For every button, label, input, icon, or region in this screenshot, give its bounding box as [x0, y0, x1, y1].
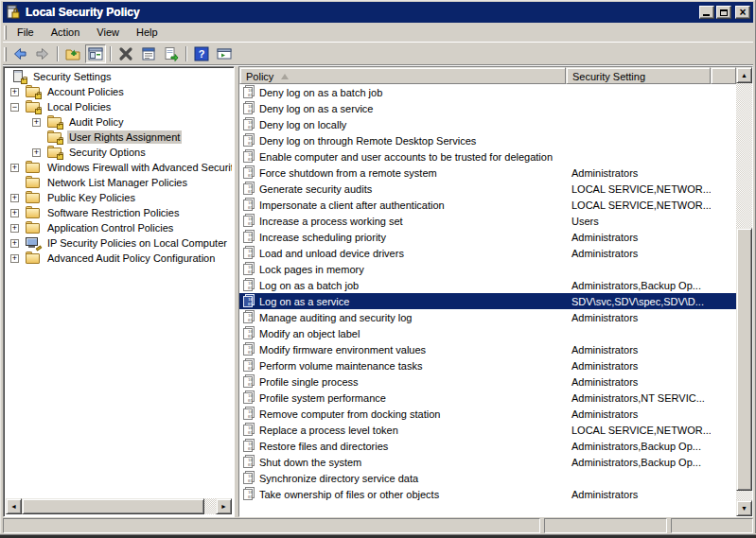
policy-document-icon: 1001 — [242, 149, 255, 164]
svg-text:01: 01 — [248, 382, 254, 387]
computer-icon — [26, 236, 42, 250]
properties-button[interactable] — [138, 44, 159, 63]
list-vertical-scrollbar[interactable]: ▲ ▼ — [736, 67, 752, 516]
tree-item-advanced-audit-policy-configuration[interactable]: +Advanced Audit Policy Configuration — [6, 251, 232, 266]
policy-row-remove-computer-from-docking-station[interactable]: 1001Remove computer from docking station… — [239, 406, 736, 422]
policy-row-increase-scheduling-priority[interactable]: 1001Increase scheduling priorityAdminist… — [239, 229, 736, 245]
menu-gripper — [4, 26, 7, 40]
policy-row-profile-system-performance[interactable]: 1001Profile system performanceAdministra… — [239, 390, 736, 406]
policy-row-lock-pages-in-memory[interactable]: 1001Lock pages in memory — [239, 261, 736, 277]
policy-row-modify-an-object-label[interactable]: 1001Modify an object label — [239, 325, 736, 341]
status-section-1 — [3, 518, 540, 533]
policy-row-deny-log-on-locally[interactable]: 1001Deny log on locally — [239, 116, 736, 132]
list-header: Policy Security Setting — [239, 67, 736, 84]
svg-text:01: 01 — [248, 366, 254, 371]
toolbar-separator — [57, 46, 59, 61]
menu-help[interactable]: Help — [128, 25, 167, 40]
close-button[interactable]: × — [735, 6, 750, 19]
collapse-icon[interactable]: − — [10, 103, 19, 112]
help-button[interactable]: ? — [191, 44, 212, 63]
tree-item-security-settings[interactable]: Security Settings — [6, 69, 232, 84]
tree-item-local-policies[interactable]: −Local Policies — [6, 99, 232, 114]
expand-icon[interactable]: + — [10, 164, 19, 172]
policy-document-icon: 1001 — [242, 326, 255, 340]
expand-icon[interactable]: + — [32, 118, 41, 127]
svg-text:01: 01 — [248, 189, 254, 194]
expand-icon[interactable]: + — [32, 148, 41, 157]
policy-row-perform-volume-maintenance-tasks[interactable]: 1001Perform volume maintenance tasksAdmi… — [239, 357, 736, 373]
up-one-level-button[interactable] — [62, 44, 83, 63]
expand-icon[interactable]: + — [10, 209, 19, 217]
scroll-up-button[interactable]: ▲ — [736, 67, 752, 83]
column-header-security-setting[interactable]: Security Setting — [566, 67, 711, 84]
tree-item-software-restriction-policies[interactable]: +Software Restriction Policies — [6, 205, 232, 220]
maximize-button[interactable] — [716, 6, 731, 19]
policy-row-generate-security-audits[interactable]: 1001Generate security auditsLOCAL SERVIC… — [239, 181, 736, 197]
tree-item-user-rights-assignment[interactable]: +User Rights Assignment — [6, 130, 232, 145]
tree-item-account-policies[interactable]: +Account Policies — [6, 84, 232, 99]
delete-button[interactable] — [115, 44, 136, 63]
tree-item-network-list-manager-policies[interactable]: +Network List Manager Policies — [6, 175, 232, 190]
tree-item-ip-security-policies-on-local-computer[interactable]: +IP Security Policies on Local Computer — [6, 235, 232, 251]
folder-icon — [26, 191, 42, 204]
policy-row-modify-firmware-environment-values[interactable]: 1001Modify firmware environment valuesAd… — [239, 341, 736, 357]
policy-row-synchronize-directory-service-data[interactable]: 1001Synchronize directory service data — [239, 470, 736, 486]
svg-text:01: 01 — [248, 414, 254, 419]
security-setting-value: Users — [566, 216, 711, 227]
expand-icon[interactable]: + — [10, 239, 19, 248]
policy-name: Profile system performance — [259, 392, 386, 404]
column-label: Security Setting — [572, 71, 645, 82]
policy-row-load-and-unload-device-drivers[interactable]: 1001Load and unload device driversAdmini… — [239, 245, 736, 261]
minimize-button[interactable] — [699, 6, 714, 19]
policy-row-deny-log-on-as-a-batch-job[interactable]: 1001Deny log on as a batch job — [239, 84, 736, 100]
expand-icon[interactable]: + — [10, 224, 19, 233]
expand-icon[interactable]: + — [10, 88, 19, 96]
policy-row-manage-auditing-and-security-log[interactable]: 1001Manage auditing and security logAdmi… — [239, 309, 736, 325]
tree-item-windows-firewall-with-advanced-security[interactable]: +Windows Firewall with Advanced Security — [6, 160, 232, 175]
tree-item-security-options[interactable]: +Security Options — [6, 145, 232, 160]
policy-row-shut-down-the-system[interactable]: 1001Shut down the systemAdministrators,B… — [239, 454, 736, 470]
folder-lock-icon — [26, 85, 42, 98]
help-icon: ? — [194, 46, 209, 61]
title-bar[interactable]: Local Security Policy × — [3, 2, 753, 23]
tree-item-audit-policy[interactable]: +Audit Policy — [6, 114, 232, 130]
column-header-policy[interactable]: Policy — [239, 67, 566, 84]
back-button[interactable] — [9, 44, 30, 63]
new-window-button[interactable] — [214, 44, 235, 63]
scroll-left-button[interactable]: ◄ — [6, 498, 22, 514]
menu-action[interactable]: Action — [43, 25, 89, 40]
policy-name: Modify firmware environment values — [259, 344, 426, 356]
policy-row-deny-log-on-as-a-service[interactable]: 1001Deny log on as a service — [239, 100, 736, 116]
scroll-thumb[interactable] — [736, 228, 752, 491]
menu-view[interactable]: View — [88, 25, 128, 40]
policy-row-log-on-as-a-service[interactable]: 1001Log on as a serviceSDV\svc,SDV\spec,… — [239, 293, 736, 309]
svg-text:01: 01 — [248, 253, 254, 258]
policy-row-increase-a-process-working-set[interactable]: 1001Increase a process working setUsers — [239, 213, 736, 229]
expand-icon[interactable]: + — [10, 194, 19, 202]
tree-item-application-control-policies[interactable]: +Application Control Policies — [6, 220, 232, 235]
policy-row-profile-single-process[interactable]: 1001Profile single processAdministrators — [239, 373, 736, 390]
menu-file[interactable]: File — [9, 25, 43, 40]
security-root-icon — [11, 70, 27, 83]
policy-row-impersonate-a-client-after-authentication[interactable]: 1001Impersonate a client after authentic… — [239, 197, 736, 213]
policy-row-restore-files-and-directories[interactable]: 1001Restore files and directoriesAdminis… — [239, 438, 736, 454]
show-hide-console-tree-button[interactable] — [85, 44, 106, 63]
svg-text:01: 01 — [248, 125, 254, 130]
policy-row-log-on-as-a-batch-job[interactable]: 1001Log on as a batch jobAdministrators,… — [239, 277, 736, 293]
tree-horizontal-scrollbar[interactable]: ◄ ► — [6, 498, 232, 514]
scroll-thumb[interactable] — [22, 498, 204, 514]
forward-button[interactable] — [32, 44, 53, 63]
scroll-right-button[interactable]: ► — [216, 498, 232, 514]
export-list-button[interactable] — [161, 44, 182, 63]
policy-row-force-shutdown-from-a-remote-system[interactable]: 1001Force shutdown from a remote systemA… — [239, 165, 736, 181]
policy-row-enable-computer-and-user-accounts-to-be-trusted-for-delegation[interactable]: 1001Enable computer and user accounts to… — [239, 148, 736, 165]
svg-text:01: 01 — [248, 221, 254, 226]
scroll-down-button[interactable]: ▼ — [736, 500, 752, 516]
policy-row-deny-log-on-through-remote-desktop-services[interactable]: 1001Deny log on through Remote Desktop S… — [239, 132, 736, 148]
app-icon — [6, 5, 21, 20]
tree-item-public-key-policies[interactable]: +Public Key Policies — [6, 190, 232, 205]
policy-row-take-ownership-of-files-or-other-objects[interactable]: 1001Take ownership of files or other obj… — [239, 486, 736, 502]
policy-row-replace-a-process-level-token[interactable]: 1001Replace a process level tokenLOCAL S… — [239, 422, 736, 438]
svg-text:01: 01 — [248, 173, 254, 178]
expand-icon[interactable]: + — [10, 254, 19, 263]
